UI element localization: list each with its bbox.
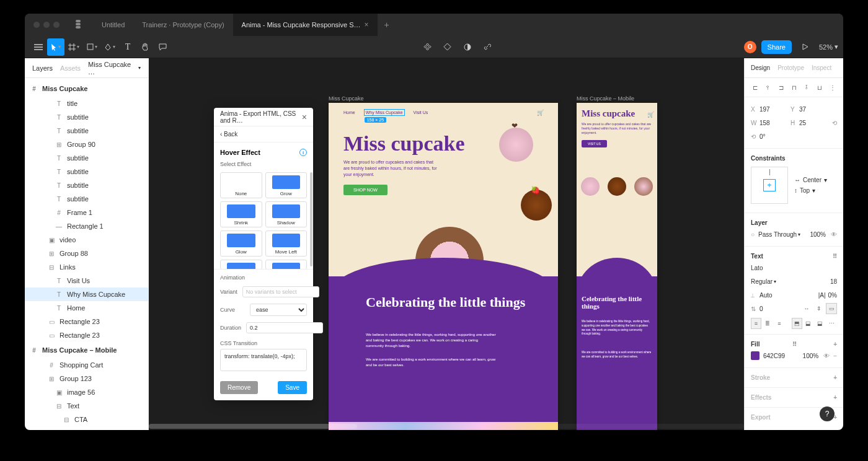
- align-left-icon[interactable]: ≡: [751, 318, 761, 329]
- assets-tab[interactable]: Assets: [60, 64, 81, 72]
- layer-row[interactable]: TVisit Us: [25, 274, 148, 288]
- h-value[interactable]: 25: [799, 120, 830, 126]
- layer-row[interactable]: #Frame 1: [25, 206, 148, 219]
- nav-home[interactable]: Home: [343, 110, 355, 115]
- cart-icon[interactable]: [537, 110, 543, 116]
- layer-row[interactable]: ▣image 56: [25, 385, 148, 399]
- zoom-selector[interactable]: 52%▾: [819, 43, 838, 51]
- constraint-h[interactable]: ↔ Center ▾: [794, 177, 827, 183]
- layer-row[interactable]: ▣video: [25, 233, 148, 247]
- anima-plugin-panel[interactable]: Anima - Export HTML, CSS and R… × ‹ Back…: [214, 108, 313, 400]
- present-button[interactable]: [797, 38, 814, 56]
- font-family[interactable]: Lato: [751, 265, 763, 271]
- line-height[interactable]: Auto: [760, 292, 773, 299]
- layers-tree[interactable]: #Miss Cupcake TtitleTsubtitleTsubtitle⊞G…: [25, 78, 148, 430]
- remove-fill-icon[interactable]: −: [833, 353, 837, 359]
- layers-tab[interactable]: Layers: [32, 64, 53, 72]
- plugin-header[interactable]: Anima - Export HTML, CSS and R… ×: [214, 108, 313, 126]
- design-tab[interactable]: Design: [751, 64, 770, 71]
- align-left-icon[interactable]: ⊏: [750, 82, 761, 93]
- add-fill-icon[interactable]: +: [833, 341, 837, 348]
- layer-row[interactable]: Tsubtitle: [25, 151, 148, 165]
- mask-tool[interactable]: [439, 38, 456, 56]
- layer-row[interactable]: ⊟Text: [25, 399, 148, 413]
- shop-button[interactable]: SHOP NOW: [343, 185, 388, 195]
- layer-row[interactable]: #Shopping Cart: [25, 358, 148, 372]
- layer-row[interactable]: THome: [25, 301, 148, 315]
- align-center-icon[interactable]: ≣: [763, 318, 773, 329]
- layer-row[interactable]: ⊞Group 90: [25, 138, 148, 151]
- add-tab-button[interactable]: +: [378, 14, 396, 36]
- move-tool[interactable]: ▾: [47, 38, 64, 56]
- artboard-label[interactable]: Miss Cupcake – Mobile: [577, 95, 634, 102]
- font-weight[interactable]: Regular: [751, 278, 773, 285]
- blend-mode[interactable]: Pass Through: [758, 231, 797, 238]
- link-dimensions-icon[interactable]: ⟲: [832, 120, 837, 126]
- boolean-tool[interactable]: [459, 38, 476, 56]
- x-value[interactable]: 197: [760, 106, 790, 113]
- nav-visit[interactable]: Visit Us: [414, 110, 428, 115]
- nav-why-selected[interactable]: Why Miss Cupcake: [364, 109, 405, 116]
- menu-button[interactable]: [30, 38, 47, 56]
- opacity-value[interactable]: 100%: [810, 231, 826, 238]
- layer-row[interactable]: Tsubtitle: [25, 110, 148, 124]
- layer-row[interactable]: ⊟Links: [25, 260, 148, 274]
- layer-row[interactable]: Tsubtitle: [25, 192, 148, 206]
- effect-option[interactable]: None: [220, 172, 262, 198]
- visit-button[interactable]: VISIT US: [582, 140, 607, 147]
- align-vcenter-icon[interactable]: ⫱: [801, 82, 812, 93]
- frame-header[interactable]: #Miss Cupcake – Mobile: [25, 342, 148, 358]
- effect-option[interactable]: Grow: [265, 172, 308, 198]
- curve-select[interactable]: ease: [250, 304, 307, 316]
- shape-tool[interactable]: ▾: [83, 38, 101, 56]
- align-top-icon[interactable]: ⬒: [792, 318, 802, 329]
- comment-tool[interactable]: [154, 38, 171, 56]
- tab-trainerz[interactable]: Trainerz · Prototype (Copy): [133, 14, 232, 36]
- letter-spacing[interactable]: 0%: [828, 292, 837, 299]
- layer-row[interactable]: Tsubtitle: [25, 124, 148, 138]
- canvas[interactable]: Miss Cupcake Home Why Miss Cupcake Visit…: [149, 58, 744, 430]
- effect-option[interactable]: Shadow: [265, 201, 308, 227]
- align-bottom-icon[interactable]: ⬓: [815, 318, 825, 329]
- align-right-icon[interactable]: ⊐: [776, 82, 787, 93]
- inspect-tab[interactable]: Inspect: [812, 64, 831, 71]
- auto-height-icon[interactable]: ⇕: [813, 303, 825, 314]
- effect-option[interactable]: [220, 260, 262, 269]
- add-stroke-icon[interactable]: +: [833, 374, 837, 381]
- fill-style-icon[interactable]: ⠿: [792, 341, 797, 348]
- close-icon[interactable]: ×: [365, 20, 369, 29]
- layer-row[interactable]: ▭Rectangle 23: [25, 315, 148, 328]
- align-top-icon[interactable]: ⊓: [789, 82, 800, 93]
- align-hcenter-icon[interactable]: ⫯: [763, 82, 774, 93]
- scrollbar[interactable]: [310, 172, 312, 266]
- y-value[interactable]: 37: [799, 106, 830, 113]
- paragraph-spacing[interactable]: 0: [760, 305, 763, 312]
- back-button[interactable]: ‹ Back: [214, 126, 313, 143]
- prototype-tab[interactable]: Prototype: [777, 64, 804, 71]
- constraints-widget[interactable]: +: [751, 167, 788, 204]
- share-button[interactable]: Share: [761, 40, 792, 54]
- layer-row[interactable]: TWhy Miss Cupcake: [25, 288, 148, 301]
- horizontal-scrollbar[interactable]: [149, 424, 744, 429]
- add-effect-icon[interactable]: +: [833, 394, 837, 401]
- cart-icon[interactable]: [647, 108, 653, 114]
- color-swatch[interactable]: [751, 351, 760, 360]
- rotation-value[interactable]: 0°: [760, 133, 790, 140]
- layer-row[interactable]: ⊟CTA: [25, 413, 148, 426]
- visibility-icon[interactable]: 👁: [831, 231, 837, 238]
- align-bottom-icon[interactable]: ⊔: [814, 82, 825, 93]
- layer-row[interactable]: —Rectangle 1: [25, 219, 148, 233]
- align-right-icon[interactable]: ≡: [774, 318, 785, 329]
- page-selector[interactable]: Miss Cupcake …▾: [88, 61, 141, 76]
- w-value[interactable]: 158: [760, 120, 790, 126]
- visibility-icon[interactable]: 👁: [823, 353, 830, 359]
- effect-option[interactable]: Shrink: [220, 201, 262, 227]
- figma-logo-icon[interactable]: [76, 20, 86, 30]
- pen-tool[interactable]: ▾: [101, 38, 119, 56]
- effect-option[interactable]: Move Left: [265, 230, 308, 257]
- more-options-icon[interactable]: ⋯: [826, 318, 837, 329]
- link-tool[interactable]: [479, 38, 496, 56]
- info-icon[interactable]: i: [299, 149, 307, 156]
- save-button[interactable]: Save: [278, 381, 307, 394]
- remove-button[interactable]: Remove: [220, 381, 258, 394]
